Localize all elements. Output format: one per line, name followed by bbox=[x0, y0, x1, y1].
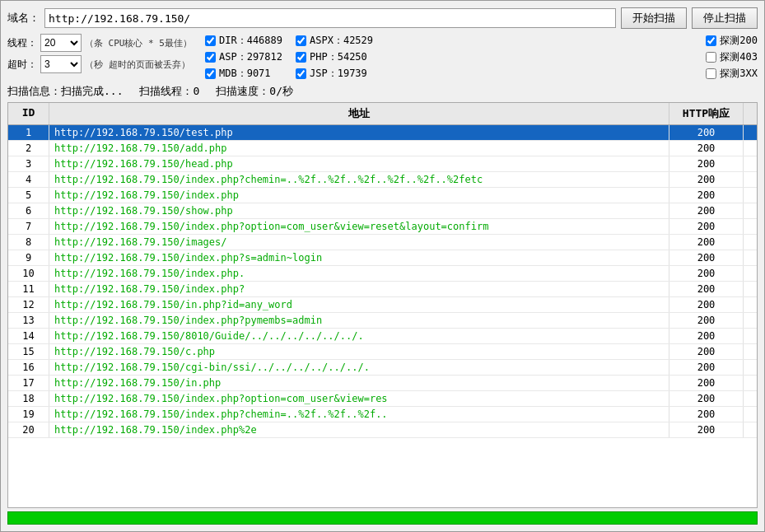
td-status: 200 bbox=[669, 203, 744, 218]
main-window: 域名： 开始扫描 停止扫描 线程： 20 51015253050100 （条 C… bbox=[0, 0, 765, 532]
td-spacer bbox=[744, 141, 757, 156]
table-row[interactable]: 2http://192.168.79.150/add.php200 bbox=[8, 141, 757, 156]
checkbox-200-input[interactable] bbox=[706, 35, 716, 46]
table-row[interactable]: 15http://192.168.79.150/c.php200 bbox=[8, 344, 757, 360]
checkbox-mdb-label: MDB：9071 bbox=[219, 67, 271, 81]
checkbox-403-input[interactable] bbox=[706, 52, 716, 63]
domain-input[interactable] bbox=[44, 8, 616, 28]
td-spacer bbox=[744, 235, 757, 250]
table-row[interactable]: 9http://192.168.79.150/index.php?s=admin… bbox=[8, 250, 757, 266]
td-spacer bbox=[744, 391, 757, 406]
start-scan-button[interactable]: 开始扫描 bbox=[621, 7, 687, 29]
td-spacer bbox=[744, 188, 757, 203]
table-row[interactable]: 8http://192.168.79.150/images/200 bbox=[8, 235, 757, 250]
checkbox-3xx: 探测3XX bbox=[706, 67, 758, 81]
td-spacer bbox=[744, 219, 757, 234]
td-url: http://192.168.79.150/cgi-bin/ssi/../../… bbox=[49, 360, 669, 375]
checkbox-403: 探测403 bbox=[706, 50, 758, 64]
td-status: 200 bbox=[669, 156, 744, 171]
td-spacer bbox=[744, 329, 757, 343]
td-url: http://192.168.79.150/head.php bbox=[49, 156, 669, 171]
td-id: 5 bbox=[8, 188, 49, 203]
checkbox-jsp-input[interactable] bbox=[296, 68, 306, 79]
table-row[interactable]: 20http://192.168.79.150/index.php%2e200 bbox=[8, 422, 757, 438]
table-row[interactable]: 18http://192.168.79.150/index.php?option… bbox=[8, 391, 757, 407]
td-id: 18 bbox=[8, 391, 49, 406]
table-row[interactable]: 4http://192.168.79.150/index.php?chemin=… bbox=[8, 172, 757, 188]
table-row[interactable]: 16http://192.168.79.150/cgi-bin/ssi/../.… bbox=[8, 360, 757, 376]
table-row[interactable]: 17http://192.168.79.150/in.php200 bbox=[8, 376, 757, 391]
td-id: 12 bbox=[8, 297, 49, 312]
results-table: ID 地址 HTTP响应 1http://192.168.79.150/test… bbox=[7, 102, 758, 508]
table-row[interactable]: 10http://192.168.79.150/index.php.200 bbox=[8, 266, 757, 282]
checkbox-200: 探测200 bbox=[706, 34, 758, 48]
td-id: 7 bbox=[8, 219, 49, 234]
thread-select[interactable]: 20 51015253050100 bbox=[40, 34, 82, 52]
table-row[interactable]: 11http://192.168.79.150/index.php?200 bbox=[8, 282, 757, 297]
stop-scan-button[interactable]: 停止扫描 bbox=[692, 7, 758, 29]
td-spacer bbox=[744, 172, 757, 187]
options-row: 线程： 20 51015253050100 （条 CPU核心 * 5最佳） 超时… bbox=[7, 34, 758, 81]
td-status: 200 bbox=[669, 376, 744, 390]
td-url: http://192.168.79.150/index.php. bbox=[49, 266, 669, 281]
table-row[interactable]: 1http://192.168.79.150/test.php200 bbox=[8, 125, 757, 141]
table-row[interactable]: 19http://192.168.79.150/index.php?chemin… bbox=[8, 407, 757, 422]
td-url: http://192.168.79.150/index.php?option=c… bbox=[49, 391, 669, 406]
td-id: 14 bbox=[8, 329, 49, 343]
table-body[interactable]: 1http://192.168.79.150/test.php2002http:… bbox=[8, 125, 757, 507]
thread-label: 线程： bbox=[7, 36, 37, 50]
td-spacer bbox=[744, 376, 757, 390]
td-id: 8 bbox=[8, 235, 49, 250]
td-status: 200 bbox=[669, 329, 744, 343]
td-status: 200 bbox=[669, 235, 744, 250]
td-status: 200 bbox=[669, 250, 744, 265]
th-id: ID bbox=[8, 103, 49, 124]
td-url: http://192.168.79.150/index.php? bbox=[49, 282, 669, 296]
td-status: 200 bbox=[669, 422, 744, 437]
checkbox-jsp: JSP：19739 bbox=[296, 67, 373, 81]
timeout-label: 超时： bbox=[7, 58, 37, 72]
td-status: 200 bbox=[669, 360, 744, 375]
table-row[interactable]: 14http://192.168.79.150/8010/Guide/../..… bbox=[8, 329, 757, 344]
checkbox-dir-input[interactable] bbox=[205, 35, 216, 46]
td-url: http://192.168.79.150/in.php bbox=[49, 376, 669, 390]
table-row[interactable]: 12http://192.168.79.150/in.php?id=any_wo… bbox=[8, 297, 757, 313]
td-url: http://192.168.79.150/show.php bbox=[49, 203, 669, 218]
td-spacer bbox=[744, 344, 757, 359]
td-spacer bbox=[744, 313, 757, 328]
th-scroll-placeholder bbox=[744, 103, 757, 124]
table-row[interactable]: 5http://192.168.79.150/index.php200 bbox=[8, 188, 757, 203]
timeout-select[interactable]: 3 125101530 bbox=[40, 55, 82, 73]
td-id: 2 bbox=[8, 141, 49, 156]
td-id: 1 bbox=[8, 125, 49, 140]
checkbox-php-input[interactable] bbox=[296, 52, 306, 63]
checkbox-aspx: ASPX：42529 bbox=[296, 34, 373, 48]
table-row[interactable]: 7http://192.168.79.150/index.php?option=… bbox=[8, 219, 757, 235]
checkbox-mdb-input[interactable] bbox=[205, 68, 216, 79]
td-url: http://192.168.79.150/index.php?chemin=.… bbox=[49, 172, 669, 187]
td-id: 16 bbox=[8, 360, 49, 375]
checkbox-3xx-input[interactable] bbox=[706, 68, 716, 79]
td-spacer bbox=[744, 360, 757, 375]
scan-info-bar: 扫描信息：扫描完成... 扫描线程：0 扫描速度：0/秒 bbox=[7, 84, 758, 99]
checkbox-asp-input[interactable] bbox=[205, 52, 216, 63]
checkbox-asp-label: ASP：297812 bbox=[219, 50, 282, 64]
table-row[interactable]: 13http://192.168.79.150/index.php?pymemb… bbox=[8, 313, 757, 329]
checkbox-200-label: 探测200 bbox=[720, 34, 758, 48]
td-status: 200 bbox=[669, 219, 744, 234]
checkbox-asp: ASP：297812 bbox=[205, 50, 282, 64]
checkbox-aspx-label: ASPX：42529 bbox=[310, 34, 373, 48]
scan-status: 扫描信息：扫描完成... bbox=[7, 84, 123, 99]
checkbox-group-mid: ASPX：42529 PHP：54250 JSP：19739 bbox=[296, 34, 373, 81]
td-status: 200 bbox=[669, 266, 744, 281]
table-row[interactable]: 6http://192.168.79.150/show.php200 bbox=[8, 203, 757, 219]
table-row[interactable]: 3http://192.168.79.150/head.php200 bbox=[8, 156, 757, 172]
td-url: http://192.168.79.150/index.php?option=c… bbox=[49, 219, 669, 234]
td-spacer bbox=[744, 250, 757, 265]
checkbox-aspx-input[interactable] bbox=[296, 35, 306, 46]
checkbox-403-label: 探测403 bbox=[720, 50, 758, 64]
td-id: 6 bbox=[8, 203, 49, 218]
progress-bar bbox=[7, 511, 758, 525]
domain-label: 域名： bbox=[7, 11, 40, 26]
td-id: 13 bbox=[8, 313, 49, 328]
